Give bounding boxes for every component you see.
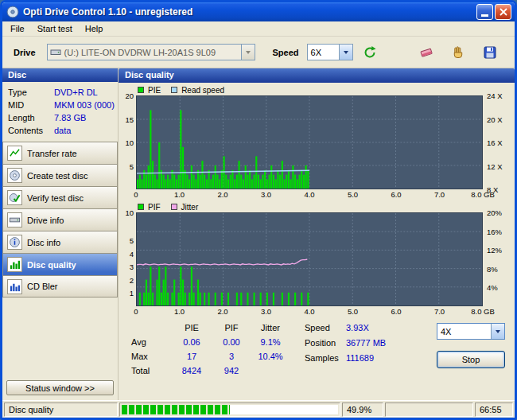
read-speed-legend-swatch [171, 87, 177, 93]
axis-tick-label: 24 X [487, 91, 503, 100]
axis-tick-label: 4% [487, 283, 498, 292]
speed-select[interactable]: 6X [307, 44, 353, 60]
axis-tick-label: 6.0 [391, 190, 401, 199]
pif-chart: PIF Jitter 1054321 20%16%12%8%4% 01.02.0… [119, 201, 515, 317]
speed-label: Speed [273, 48, 299, 57]
info-label: MID [8, 100, 54, 110]
stat-value: 0.00 [214, 337, 249, 349]
drive-label: Drive [14, 48, 36, 57]
sidebar-item-verify-test-disc[interactable]: Verify test disc [2, 186, 118, 208]
erase-disc-button[interactable] [416, 43, 437, 62]
sidebar-item-label: Disc info [27, 238, 60, 247]
sidebar-item-drive-info[interactable]: Drive info [2, 208, 118, 231]
pif-chart-legend: PIF Jitter [119, 201, 515, 212]
stat-value: 9.1% [249, 337, 292, 349]
titlebar[interactable]: Opti Drive Control 1.10 - unregistered [2, 2, 515, 21]
info-row-type: Type DVD+R DL [8, 86, 115, 99]
axis-tick-label: 8.0 GB [471, 307, 495, 316]
sidebar: Disc Type DVD+R DL MID MKM 003 (000) Len… [2, 68, 119, 400]
axis-tick-label: 7.0 [434, 307, 445, 316]
axis-tick-label: 5.0 [348, 307, 358, 316]
close-button[interactable] [495, 4, 511, 20]
stat-row-label: Max [131, 352, 169, 364]
disc-info-panel: Type DVD+R DL MID MKM 003 (000) Length 7… [2, 82, 118, 142]
chevron-down-icon[interactable] [339, 45, 352, 60]
create-test-disc-icon [7, 168, 22, 183]
stat-value: 17 [169, 352, 214, 364]
sidebar-item-cd-bler[interactable]: CD Bler [2, 275, 118, 298]
eject-button[interactable] [448, 43, 468, 62]
axis-tick-label: 7.0 [434, 190, 445, 199]
save-results-button[interactable] [480, 43, 500, 62]
sidebar-item-label: Drive info [27, 216, 64, 225]
axis-tick-label: 16% [487, 227, 502, 235]
axis-tick-label: 5.0 [348, 190, 358, 199]
sidebar-item-transfer-rate[interactable]: Transfer rate [2, 142, 118, 164]
axis-tick-label: 3.0 [261, 190, 271, 199]
menu-file[interactable]: File [4, 22, 31, 35]
info-label: Length [8, 113, 54, 122]
pie-chart: PIE Read speed 2015105 24 X20 X16 X12 X8… [119, 84, 515, 200]
pif-chart-canvas [137, 213, 482, 305]
write-speed-select[interactable]: 4X [437, 323, 505, 340]
minimize-icon [481, 14, 488, 17]
status-window-button[interactable]: Status window >> [6, 380, 114, 395]
axis-tick-label: 1.0 [174, 307, 185, 316]
axis-tick-label: 1.0 [174, 190, 185, 199]
menu-help[interactable]: Help [79, 22, 110, 35]
axis-tick-label: 3 [130, 262, 134, 271]
pie-x-axis: 01.02.03.04.05.06.07.08.0 GB [136, 189, 483, 200]
statusbar: Disc quality 49.9% 66:55 [2, 400, 515, 418]
info-label: Type [8, 88, 54, 97]
stat-corner [131, 323, 169, 335]
cd-bler-icon [7, 279, 22, 294]
pie-y-axis-right: 24 X20 X16 X12 X8 X [483, 95, 515, 189]
sidebar-item-create-test-disc[interactable]: Create test disc [2, 164, 118, 186]
disc-info-icon [7, 235, 22, 250]
chevron-down-icon[interactable] [241, 45, 255, 60]
chevron-down-icon[interactable] [491, 324, 504, 339]
jitter-legend-swatch [171, 204, 177, 210]
pie-y-axis-left: 2015105 [119, 95, 136, 189]
eraser-icon [419, 45, 433, 60]
menu-start-test[interactable]: Start test [31, 22, 79, 35]
sidebar-item-label: Disc quality [27, 260, 76, 270]
read-speed-legend-label: Read speed [181, 86, 224, 95]
axis-tick-label: 15 [125, 115, 134, 123]
axis-tick-label: 6.0 [391, 307, 401, 316]
sidebar-item-disc-quality[interactable]: Disc quality [2, 253, 118, 275]
sidebar-item-label: CD Bler [27, 282, 58, 291]
drive-select[interactable]: (U:) LITE-ON DVDRW LH-20A1S 9L09 [47, 44, 255, 60]
stop-button[interactable]: Stop [437, 351, 505, 368]
axis-tick-label: 20 [125, 91, 134, 100]
pif-legend-swatch [138, 204, 144, 210]
minimize-button[interactable] [476, 4, 493, 20]
disc-section-header: Disc [2, 68, 118, 82]
drive-select-value: (U:) LITE-ON DVDRW LH-20A1S 9L09 [61, 48, 241, 57]
info-value: DVD+R DL [54, 88, 98, 97]
app-icon [6, 6, 19, 18]
pif-chart-plot [136, 212, 483, 306]
statusbar-mode: Disc quality [4, 402, 118, 417]
position-stat-value: 36777 MB [346, 338, 410, 350]
samples-stat-value: 111689 [346, 353, 410, 365]
axis-tick-label: 2.0 [217, 307, 227, 316]
pie-chart-canvas [137, 96, 482, 189]
samples-stat-label: Samples [305, 353, 346, 365]
refresh-speeds-button[interactable] [360, 43, 380, 62]
axis-tick-label: 10 [125, 138, 134, 147]
elapsed-time: 66:55 [475, 402, 513, 417]
axis-tick-label: 8% [487, 264, 498, 273]
axis-tick-label: 12 X [487, 161, 503, 170]
progress-stats-table: Speed 3.93X Position 36777 MB Samples 11… [305, 323, 410, 378]
axis-tick-label: 12% [487, 246, 502, 255]
axis-tick-label: 1 [130, 289, 134, 298]
pif-legend-label: PIF [148, 203, 161, 212]
axis-tick-label: 4.0 [304, 307, 314, 316]
speed-select-value: 6X [308, 48, 339, 57]
sidebar-item-disc-info[interactable]: Disc info [2, 231, 118, 253]
sidebar-item-label: Transfer rate [27, 149, 77, 158]
axis-tick-label: 10 [125, 208, 134, 217]
axis-tick-label: 5 [130, 161, 134, 170]
axis-tick-label: 0 [134, 307, 138, 316]
